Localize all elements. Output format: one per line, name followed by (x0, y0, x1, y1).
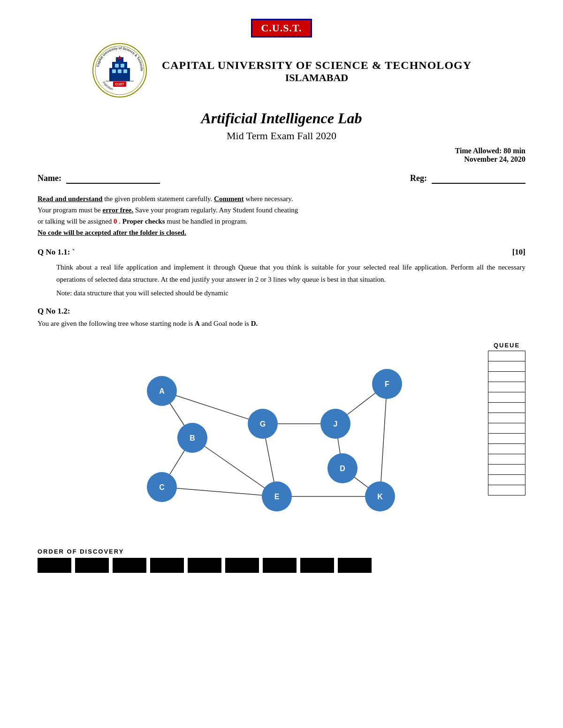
svg-text:K: K (377, 493, 383, 501)
q1-marks: [10] (512, 248, 525, 257)
queue-row (488, 372, 525, 382)
svg-text:G: G (260, 420, 266, 428)
q1-note: Note: data structure that you will selec… (38, 289, 525, 297)
name-label: Name: (38, 173, 61, 183)
instruction-proper-checks: Proper checks (122, 218, 165, 225)
q12-text: You are given the following tree whose s… (38, 320, 525, 328)
order-box (300, 558, 334, 573)
order-boxes (38, 558, 525, 573)
queue-row (488, 444, 525, 454)
instruction-no-code: No code will be accepted after the folde… (38, 229, 186, 236)
instruction-zero: 0 (114, 218, 117, 225)
order-section: ORDER OF DISCOVERY (38, 548, 525, 573)
svg-line-17 (162, 391, 263, 424)
instructions: Read and understand the given problem st… (38, 193, 525, 238)
time-date: Time Allowed: 80 min November 24, 2020 (38, 147, 525, 164)
queue-row (488, 485, 525, 495)
order-box (263, 558, 297, 573)
queue-row (488, 413, 525, 423)
order-label: ORDER OF DISCOVERY (38, 548, 525, 555)
name-field: Name: (38, 173, 160, 184)
queue-row (488, 392, 525, 403)
queue-label: QUEUE (494, 342, 520, 349)
graph-svg: A B C G E J D K F (38, 337, 479, 539)
svg-text:F: F (385, 380, 389, 388)
svg-text:B: B (190, 434, 195, 442)
queue-row (488, 382, 525, 392)
svg-text:CUST: CUST (115, 83, 124, 86)
queue-row (488, 434, 525, 444)
order-box (225, 558, 259, 573)
time-allowed: Time Allowed: 80 min (38, 147, 525, 155)
svg-text:J: J (334, 420, 338, 428)
queue-area: QUEUE (488, 342, 525, 495)
university-line1: CAPITAL UNIVERSITY OF SCIENCE & TECHNOLO… (162, 59, 472, 72)
instruction-read-understand: Read and understand (38, 195, 102, 203)
exam-title-section: Artificial Intelligence Lab Mid Term Exa… (38, 110, 525, 142)
queue-table (488, 351, 525, 495)
question-1-2-header: Q No 1.2: (38, 307, 525, 316)
header-main: Capital University of Science & Technolo… (38, 42, 525, 100)
reg-label: Reg: (410, 173, 427, 183)
graph-container: A B C G E J D K F QUEUE (38, 337, 525, 539)
exam-course: Artificial Intelligence Lab (38, 110, 525, 127)
question-1-2: Q No 1.2: You are given the following tr… (38, 307, 525, 328)
q1-label: Q No 1.1: ` (38, 248, 75, 257)
exam-date: November 24, 2020 (38, 155, 525, 164)
instruction-text1: the given problem statement carefully. (104, 195, 214, 203)
svg-line-19 (192, 438, 277, 496)
university-logo: Capital University of Science & Technolo… (91, 42, 148, 100)
order-box (338, 558, 372, 573)
instruction-error-free: error free. (102, 206, 133, 214)
cust-badge: C.U.S.T. (251, 19, 312, 38)
question-1-1: Q No 1.1: ` [10] Think about a real life… (38, 248, 525, 297)
exam-subtitle: Mid Term Exam Fall 2020 (38, 130, 525, 142)
order-box (38, 558, 71, 573)
svg-text:C: C (159, 483, 165, 491)
cust-badge-wrapper: C.U.S.T. (38, 19, 525, 38)
svg-rect-11 (115, 64, 119, 68)
instruction-text6: . (119, 218, 122, 225)
svg-rect-10 (123, 69, 127, 73)
svg-line-20 (162, 487, 277, 496)
name-input-line[interactable] (66, 173, 160, 184)
question-1-1-header: Q No 1.1: ` [10] (38, 248, 525, 257)
university-line2: ISLAMABAD (162, 72, 472, 84)
reg-field: Reg: (410, 173, 525, 184)
reg-input-line[interactable] (432, 173, 525, 184)
order-box (75, 558, 109, 573)
svg-text:E: E (274, 493, 280, 501)
q1-body: Think about a real life application and … (38, 262, 525, 285)
instruction-text5: or talking will be assigned (38, 218, 114, 225)
instruction-comment: Comment (214, 195, 243, 203)
svg-rect-8 (112, 69, 116, 73)
name-reg-row: Name: Reg: (38, 173, 525, 184)
university-name: CAPITAL UNIVERSITY OF SCIENCE & TECHNOLO… (162, 59, 472, 84)
order-box (113, 558, 146, 573)
queue-row (488, 351, 525, 361)
order-box (150, 558, 184, 573)
queue-row (488, 465, 525, 475)
queue-row (488, 361, 525, 372)
instruction-text2: where necessary. (245, 195, 293, 203)
svg-text:A: A (159, 387, 165, 395)
queue-row (488, 475, 525, 485)
svg-rect-12 (121, 64, 124, 68)
svg-text:D: D (340, 465, 345, 473)
instruction-text4: Save your program regularly. Any Student… (135, 206, 298, 214)
queue-row (488, 403, 525, 413)
instruction-text7: must be handled in program. (167, 218, 247, 225)
svg-rect-9 (118, 69, 122, 73)
instruction-text3: Your program must be (38, 206, 102, 214)
queue-row (488, 423, 525, 434)
order-box (188, 558, 221, 573)
svg-line-27 (380, 384, 387, 496)
queue-row (488, 454, 525, 465)
